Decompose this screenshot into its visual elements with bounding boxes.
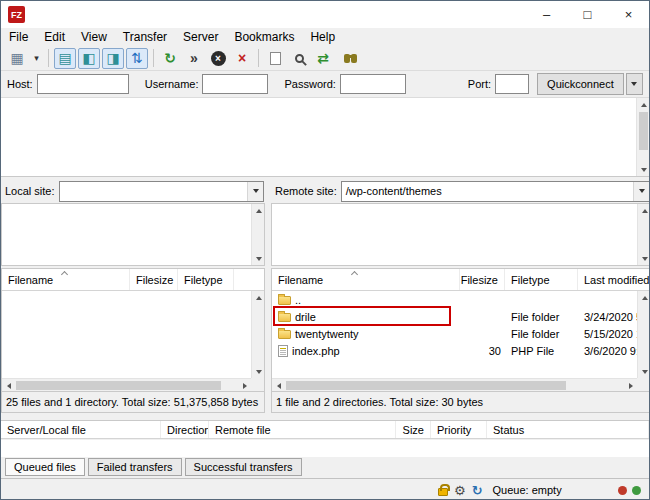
remote-file-row-twentytwenty[interactable]: twentytwenty File folder 5/15/2020 12: (272, 325, 637, 342)
remote-site-dropdown[interactable] (633, 182, 649, 201)
toggle-message-log-button[interactable]: ▤ (54, 48, 76, 69)
process-queue-button[interactable]: » (183, 48, 205, 69)
menu-server[interactable]: Server (175, 28, 226, 46)
scroll-up-button[interactable] (638, 291, 650, 304)
scroll-down-button[interactable] (638, 365, 650, 378)
scrollbar-thumb[interactable] (16, 381, 221, 390)
host-label: Host: (7, 78, 33, 90)
column-header-filetype[interactable]: Filetype (178, 269, 234, 290)
local-list-hscrollbar[interactable] (2, 378, 251, 391)
file-modified: 3/24/2020 5:0 (578, 308, 637, 325)
cancel-icon: × (211, 51, 226, 66)
scroll-down-icon (641, 168, 647, 172)
tab-successful-transfers[interactable]: Successful transfers (185, 458, 302, 476)
toggle-local-tree-button[interactable]: ◧ (78, 48, 100, 69)
sync-icon[interactable]: ↻ (472, 484, 483, 497)
directory-comparison-button[interactable] (288, 48, 310, 69)
local-list-body[interactable] (2, 291, 251, 378)
scroll-up-button[interactable] (252, 204, 265, 217)
local-site-dropdown[interactable] (247, 182, 263, 201)
column-header-filetype[interactable]: Filetype (505, 269, 578, 290)
column-header-filesize[interactable]: Filesize (460, 269, 505, 290)
quickconnect-bar: Host: Username: Password: Port: Quickcon… (1, 71, 649, 98)
menu-help[interactable]: Help (302, 28, 343, 46)
disconnect-button[interactable]: × (231, 48, 253, 69)
column-header-size[interactable]: Size (396, 421, 431, 438)
remote-file-row-index-php[interactable]: index.php 30 PHP File 3/6/2020 9:23 (272, 342, 637, 359)
maximize-button[interactable]: □ (567, 1, 608, 28)
toolbar-separator (258, 49, 259, 67)
scroll-down-button[interactable] (252, 365, 265, 378)
quickconnect-dropdown[interactable] (626, 73, 643, 95)
minimize-button[interactable]: – (526, 1, 567, 28)
username-input[interactable] (202, 74, 268, 94)
queue-header: Server/Local file Direction Remote file … (1, 420, 649, 439)
scroll-down-button[interactable] (637, 163, 650, 176)
chevron-down-icon (639, 189, 645, 193)
remote-tree-scrollbar[interactable] (637, 204, 650, 265)
synchronized-browsing-button[interactable]: ⇄ (312, 48, 334, 69)
file-size: 30 (460, 342, 505, 359)
close-button[interactable]: × (608, 1, 649, 28)
scroll-up-button[interactable] (637, 98, 650, 111)
column-header-status[interactable]: Status (487, 421, 649, 438)
column-header-filesize[interactable]: Filesize (130, 269, 178, 290)
remote-list-vscrollbar[interactable] (637, 291, 650, 378)
local-list-vscrollbar[interactable] (251, 291, 264, 378)
tab-failed-transfers[interactable]: Failed transfers (88, 458, 182, 476)
toggle-transfer-queue-button[interactable]: ⇅ (126, 48, 148, 69)
menu-edit[interactable]: Edit (36, 28, 73, 46)
find-files-button[interactable] (336, 48, 358, 69)
column-header-server-local-file[interactable]: Server/Local file (1, 421, 161, 438)
queue-body[interactable] (1, 440, 649, 457)
toggle-remote-tree-button[interactable]: ◨ (102, 48, 124, 69)
filter-icon (270, 52, 281, 65)
scrollbar-thumb[interactable] (639, 112, 648, 150)
scroll-down-icon (642, 370, 648, 374)
scroll-down-button[interactable] (638, 252, 650, 265)
quickconnect-button[interactable]: Quickconnect (537, 73, 624, 95)
column-header-filename[interactable]: Filename (272, 269, 460, 290)
local-list-header: Filename Filesize Filetype (2, 269, 264, 291)
lock-icon[interactable] (438, 488, 448, 496)
file-type: PHP File (505, 342, 578, 359)
scroll-down-button[interactable] (252, 252, 265, 265)
statusbar: ⚙ ↻ Queue: empty (1, 478, 649, 500)
message-log-icon: ▤ (58, 50, 71, 66)
site-manager-button[interactable]: ▦ (6, 48, 28, 69)
column-header-remote-file[interactable]: Remote file (209, 421, 396, 438)
column-header-direction[interactable]: Direction (161, 421, 209, 438)
filter-button[interactable] (264, 48, 286, 69)
password-input[interactable] (340, 74, 406, 94)
menu-transfer[interactable]: Transfer (115, 28, 175, 46)
menu-file[interactable]: File (1, 28, 36, 46)
site-manager-dropdown[interactable]: ▾ (30, 48, 43, 69)
cancel-operation-button[interactable]: × (207, 48, 229, 69)
local-tree-scrollbar[interactable] (251, 204, 264, 265)
local-site-combobox[interactable] (59, 181, 264, 202)
scrollbar-thumb[interactable] (286, 381, 566, 390)
menu-view[interactable]: View (73, 28, 115, 46)
remote-directory-tree[interactable] (271, 203, 650, 266)
remote-list-body[interactable]: .. drile File folder 3/24/2020 5:0 twent… (272, 291, 637, 378)
remote-site-combobox[interactable]: /wp-content/themes (341, 181, 650, 202)
gear-icon[interactable]: ⚙ (454, 484, 466, 497)
host-input[interactable] (37, 74, 129, 94)
refresh-button[interactable]: ↻ (159, 48, 181, 69)
tab-queued-files[interactable]: Queued files (5, 458, 85, 476)
scroll-up-button[interactable] (252, 291, 265, 304)
column-header-priority[interactable]: Priority (431, 421, 487, 438)
message-log[interactable] (1, 98, 649, 177)
message-log-scrollbar[interactable] (636, 98, 649, 176)
menu-bookmarks[interactable]: Bookmarks (226, 28, 302, 46)
port-input[interactable] (495, 74, 529, 94)
scroll-up-icon (256, 209, 262, 213)
scroll-up-button[interactable] (638, 204, 650, 217)
scrollbar-corner (251, 378, 264, 391)
local-directory-tree[interactable] (1, 203, 265, 266)
remote-list-hscrollbar[interactable] (272, 378, 637, 391)
file-modified (578, 291, 637, 308)
column-header-filler (234, 269, 264, 290)
scroll-up-icon (641, 103, 647, 107)
column-header-last-modified[interactable]: Last modified (578, 269, 650, 290)
